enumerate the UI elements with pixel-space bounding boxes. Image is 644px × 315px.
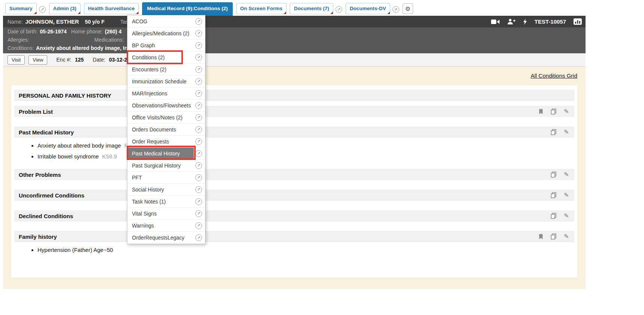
popout-icon[interactable]: ↗ — [195, 42, 202, 49]
menu-item-task-notes[interactable]: Task Notes (1) ↗ — [127, 196, 205, 208]
section-other-problems: Other Problems ✎ — [14, 169, 574, 180]
menu-item-office-visits-notes[interactable]: Office Visits/Notes (2) ↗ — [127, 112, 205, 124]
tab-documents-dv[interactable]: Documents-DV — [346, 3, 390, 14]
family-history-item: Hypertension (Father) Age~50 — [37, 247, 574, 253]
bookmark-icon[interactable] — [538, 233, 544, 240]
menu-item-encounters[interactable]: Encounters (2) ↗ — [127, 63, 205, 75]
section-header-bar: Declined Conditions ✎ — [14, 210, 574, 222]
lightning-bolt-icon[interactable] — [523, 19, 527, 25]
menu-item-orderrequestslegacy[interactable]: OrderRequestsLegacy ↗ — [127, 232, 205, 244]
bar-chart-icon[interactable] — [574, 18, 582, 25]
menu-item-order-requests[interactable]: Order Requests ↗ — [127, 136, 205, 148]
menu-item-bp-graph[interactable]: BP Graph ↗ — [127, 39, 205, 51]
edit-icon[interactable]: ✎ — [563, 192, 570, 199]
section-personal-family-history: PERSONAL AND FAMILY HISTORY — [14, 90, 574, 101]
menu-item-allergies-medications[interactable]: Allergies/Medications (2) ↗ — [127, 27, 205, 39]
enc-value: 125 — [75, 57, 84, 63]
menu-item-warnings[interactable]: Warnings ↗ — [127, 220, 205, 232]
section-title: Declined Conditions — [19, 213, 73, 219]
tab-summary[interactable]: Summary — [5, 3, 37, 14]
popout-icon[interactable]: ↗ — [39, 6, 46, 13]
menu-item-mar-injections[interactable]: MAR/Injections ↗ — [127, 87, 205, 99]
all-conditions-grid-link[interactable]: All Conditions Grid — [531, 72, 577, 79]
menu-item-immunization-schedule[interactable]: Immunization Schedule ↗ — [127, 75, 205, 87]
patient-name: JOHNSON, ESTHER — [25, 18, 79, 25]
popout-icon[interactable]: ↗ — [195, 174, 202, 181]
copy-icon[interactable] — [550, 129, 557, 136]
popout-icon[interactable]: ↗ — [195, 198, 202, 205]
menu-item-acog[interactable]: ACOG ↗ — [127, 15, 205, 27]
enc-label: Enc #: — [56, 57, 71, 63]
popout-icon[interactable]: ↗ — [195, 66, 202, 73]
add-person-icon[interactable] — [507, 19, 515, 24]
popout-icon[interactable]: ↗ — [195, 78, 202, 85]
copy-icon[interactable] — [550, 171, 557, 178]
tab-admin[interactable]: Admin (3) — [49, 3, 81, 14]
edit-icon[interactable]: ✎ — [563, 213, 570, 219]
visit-button[interactable]: Visit — [7, 55, 25, 65]
video-camera-icon[interactable] — [491, 19, 500, 24]
copy-icon[interactable] — [550, 233, 557, 240]
condition-text: Anxiety about altered body image — [37, 142, 121, 149]
popout-icon[interactable]: ↗ — [195, 222, 202, 229]
section-unconfirmed-conditions: Unconfirmed Conditions ✎ — [14, 190, 574, 201]
menu-item-vital-signs[interactable]: Vital Signs ↗ — [127, 208, 205, 220]
popout-icon[interactable]: ↗ — [195, 126, 202, 133]
popout-icon[interactable]: ↗ — [195, 30, 202, 37]
menu-item-conditions[interactable]: Conditions (2) ↗ — [127, 51, 205, 63]
menu-item-past-surgical-history[interactable]: Past Surgical History ↗ — [127, 160, 205, 172]
popout-icon[interactable]: ↗ — [195, 54, 202, 61]
popout-icon[interactable]: ↗ — [195, 210, 202, 217]
menu-item-label: Immunization Schedule — [127, 75, 187, 87]
popout-icon[interactable]: ↗ — [195, 186, 202, 193]
page-section-title: PERSONAL AND FAMILY HISTORY — [19, 92, 111, 99]
copy-icon[interactable] — [550, 192, 557, 199]
tab-documents-dv-label: Documents-DV — [350, 6, 386, 11]
allergies-label: Allergies: — [7, 37, 29, 43]
section-header-bar: Family history ✎ — [14, 231, 574, 242]
menu-item-label: MAR/Injections — [127, 87, 167, 99]
edit-icon[interactable]: ✎ — [563, 233, 570, 240]
edit-icon[interactable]: ✎ — [563, 129, 570, 136]
section-problem-list: Problem List ✎ — [14, 106, 574, 117]
patient-id: TEST-10057 — [535, 18, 566, 25]
dob-label: Date of birth: — [7, 29, 37, 35]
view-button[interactable]: View — [28, 55, 47, 65]
tab-health-surveillance[interactable]: Health Surveillance — [84, 3, 139, 14]
patient-dob-row: Date of birth: 05-26-1974 Home phone: (2… — [3, 27, 586, 36]
bookmark-icon[interactable] — [538, 108, 544, 115]
edit-icon[interactable]: ✎ — [563, 171, 570, 178]
popout-icon[interactable]: ↗ — [335, 6, 342, 13]
copy-icon[interactable] — [550, 108, 557, 115]
popout-icon[interactable]: ↗ — [195, 18, 202, 25]
patient-age-sex: 50 y/o F — [85, 19, 105, 25]
popout-icon[interactable]: ↗ — [392, 6, 399, 13]
copy-icon[interactable] — [550, 213, 557, 219]
menu-item-past-medical-history[interactable]: Past Medical History ↗ — [127, 148, 205, 160]
tab-bar: Summary ↗ Admin (3) Health Surveillance … — [3, 0, 586, 16]
menu-item-label: BP Graph — [127, 39, 155, 51]
popout-icon[interactable]: ↗ — [195, 90, 202, 97]
menu-item-orders-documents[interactable]: Orders Documents ↗ — [127, 124, 205, 136]
popout-icon[interactable]: ↗ — [195, 102, 202, 109]
menu-item-label: Vital Signs — [127, 208, 157, 219]
menu-item-social-history[interactable]: Social History ↗ — [127, 184, 205, 196]
popout-icon[interactable]: ↗ — [195, 150, 202, 157]
menu-item-pft[interactable]: PFT ↗ — [127, 172, 205, 184]
popout-icon[interactable]: ↗ — [195, 114, 202, 121]
tab-documents[interactable]: Documents (7) — [290, 3, 333, 14]
patient-header: Name: JOHNSON, ESTHER 50 y/o F Tasks TES… — [3, 16, 586, 53]
date-label: Date: — [93, 57, 105, 63]
settings-gear-button[interactable]: ⚙ — [403, 3, 413, 14]
menu-item-label: Orders Documents — [127, 124, 176, 135]
edit-icon[interactable]: ✎ — [563, 108, 570, 115]
tab-on-screen-forms[interactable]: On Screen Forms — [236, 3, 287, 14]
tab-medical-record[interactable]: Medical Record (9):Conditions (2) — [142, 2, 232, 16]
family-history-list: Hypertension (Father) Age~50 — [14, 247, 574, 253]
popout-icon[interactable]: ↗ — [195, 234, 202, 241]
popout-icon[interactable]: ↗ — [195, 162, 202, 169]
popout-icon[interactable]: ↗ — [195, 138, 202, 145]
home-phone-value: (260) 4 — [105, 29, 121, 35]
menu-item-observations-flowsheets[interactable]: Observations/Flowsheets ↗ — [127, 99, 205, 112]
menu-item-label: PFT — [127, 172, 142, 183]
